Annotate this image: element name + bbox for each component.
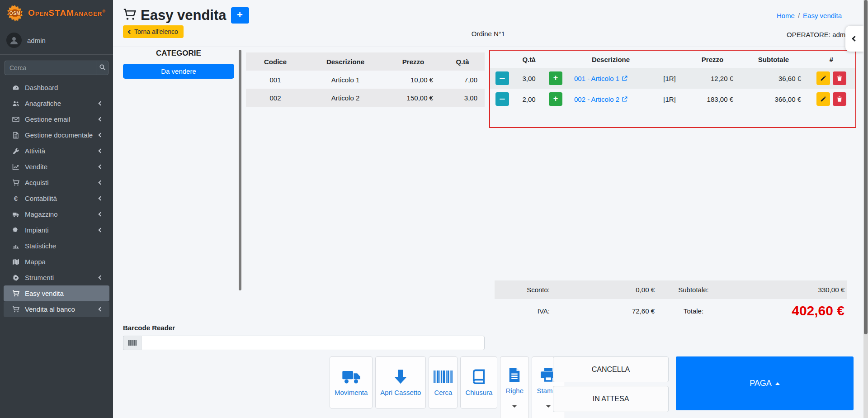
user-panel[interactable]: admin [0,26,113,55]
categories-title: CATEGORIE [123,49,234,58]
user-avatar [6,33,22,48]
cart-item-link[interactable]: 001 - Articolo 1 [574,75,627,82]
brand[interactable]: OSM OpenSTAManager® [0,0,113,26]
sconto-value: 0,00 € [553,286,657,294]
delete-row-button[interactable] [833,92,846,106]
sidebar-item-mappa[interactable]: Mappa [4,254,109,270]
page-title: Easy vendita [141,7,226,24]
search-button[interactable] [96,61,108,75]
category-button-da-vendere[interactable]: Da vendere [123,64,234,79]
cart-icon [123,8,136,23]
product-row[interactable]: 002 Articolo 2 150,00 € 3,00 [246,89,485,107]
chevron-left-icon [99,149,103,153]
sconto-label: Sconto: [495,286,553,294]
main-content: Easy vendita + Home / Easy vendita Torna… [113,0,863,418]
chevron-left-icon [99,165,103,169]
tools-bar: Movimenta Apri Cassetto Cerca Chiusura R… [330,356,565,418]
product-row[interactable]: 001 Articolo 1 10,00 € 7,00 [246,71,485,89]
collapse-panel-toggle[interactable] [845,26,863,52]
sidebar-nav: Dashboard Anagrafiche Gestione email Ges… [0,80,113,317]
sidebar-search [5,61,108,75]
minus-icon [500,78,505,79]
cart-qty: 3,00 [514,68,543,89]
edit-row-button[interactable] [816,71,830,85]
cart-header-row: Q.tà Descrizione Prezzo Subtotale # [490,51,855,68]
chart-line-icon [11,163,21,171]
osm-gear-logo-icon: OSM [5,4,24,23]
movimenta-button[interactable]: Movimenta [330,356,373,408]
breadcrumb-home-link[interactable]: Home [777,12,795,19]
envelope-icon [11,116,21,123]
users-icon [11,100,21,107]
delete-row-button[interactable] [833,71,846,85]
paga-button[interactable]: PAGA [676,356,854,410]
cart-icon [11,306,21,313]
apri-cassetto-button[interactable]: Apri Cassetto [375,356,426,408]
plus-icon: + [237,9,243,21]
increase-qty-button[interactable]: + [549,92,562,106]
cart-col-subtotale: Subtotale [740,56,807,63]
page-scrollbar[interactable] [863,0,868,418]
file-lines-icon [505,367,524,383]
iva-label: IVA: [495,307,553,315]
sidebar-item-statistiche[interactable]: Statistiche [4,238,109,254]
cart-col-descrizione: Descrizione [568,56,654,63]
chevron-left-icon [99,228,103,233]
edit-row-button[interactable] [816,92,830,106]
decrease-qty-button[interactable] [495,92,509,106]
sidebar-item-magazzino[interactable]: Magazzino [4,206,109,222]
header-divider [113,47,863,47]
sidebar-item-impianti[interactable]: Impianti [4,222,109,238]
chevron-left-icon [99,276,103,280]
euro-icon: € [11,195,21,202]
sidebar-item-contabilita[interactable]: € Contabilità [4,190,109,206]
gear-icon [11,274,21,281]
sidebar-item-easy-vendita[interactable]: Easy vendita [4,285,109,301]
file-icon [11,132,21,139]
righe-dropdown-button[interactable]: Righe [500,356,529,418]
sidebar-item-vendita-al-banco[interactable]: Vendita al banco [4,301,109,317]
truck-icon [342,369,361,385]
barcode-input[interactable] [141,336,485,350]
page-scrollbar-thumb[interactable] [864,0,868,334]
truck-icon [11,211,21,218]
cart-ref: [1R] [654,68,685,89]
pencil-icon [820,96,826,102]
add-order-button[interactable]: + [231,7,249,24]
plus-icon: + [553,95,558,104]
external-link-icon [622,76,627,81]
cerca-button[interactable]: Cerca [429,356,458,408]
cancella-button[interactable]: CANCELLA [553,356,669,382]
chiusura-button[interactable]: Chiusura [460,356,497,408]
chevron-left-icon [852,36,858,42]
breadcrumb-current-link[interactable]: Easy vendita [803,12,842,19]
cart-col-actions: # [807,56,855,63]
minus-icon [500,99,505,100]
sidebar-item-attivita[interactable]: Attività [4,143,109,159]
totale-value: 402,60 € [730,303,847,318]
col-header-qta: Q.tà [440,58,485,66]
caret-down-icon [512,405,517,408]
book-icon [469,369,488,385]
chevron-left-icon [99,212,103,217]
cart-item-link[interactable]: 002 - Articolo 2 [574,95,627,103]
sidebar-item-strumenti[interactable]: Strumenti [4,270,109,285]
decrease-qty-button[interactable] [495,71,509,85]
categories-scrollbar[interactable] [239,50,241,290]
sidebar-item-anagrafiche[interactable]: Anagrafiche [4,95,109,111]
barcode-icon [123,336,141,350]
in-attesa-button[interactable]: IN ATTESA [553,386,669,412]
trash-icon [836,75,843,81]
cart-icon [11,179,21,186]
barcode-icon [434,369,453,385]
sidebar-item-gestione-documentale[interactable]: Gestione documentale [4,127,109,143]
sidebar-item-acquisti[interactable]: Acquisti [4,175,109,190]
col-header-codice: Codice [246,58,305,66]
iva-value: 72,60 € [553,307,657,315]
sidebar-item-dashboard[interactable]: Dashboard [4,80,109,95]
sidebar-item-vendite[interactable]: Vendite [4,159,109,175]
sidebar-item-gestione-email[interactable]: Gestione email [4,111,109,127]
totals-panel: Sconto: 0,00 € Subtotale: 330,00 € IVA: … [495,280,847,323]
search-input[interactable] [5,61,96,75]
increase-qty-button[interactable]: + [549,71,562,85]
